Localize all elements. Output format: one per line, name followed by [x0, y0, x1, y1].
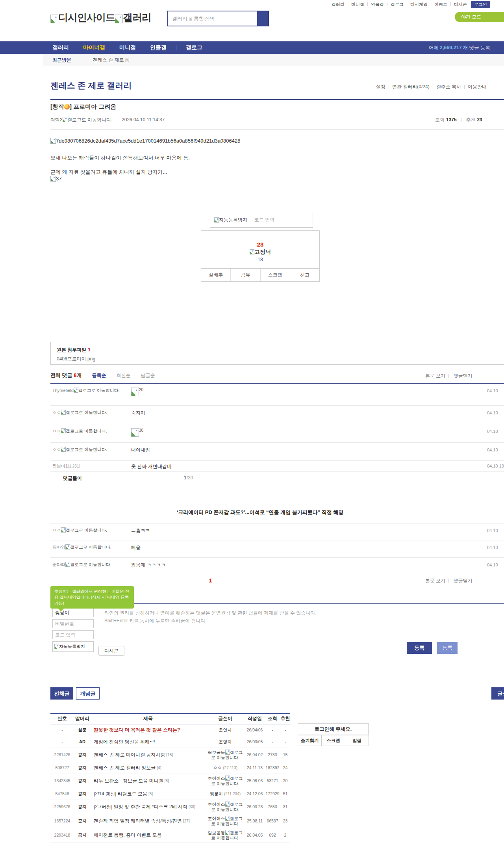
gallery-utility-links: 설정 연관 갤러리(0/24) 갤주소 복사 이용안내: [376, 84, 487, 90]
captcha-alt-text: 자동등록방지: [219, 217, 247, 223]
comment-author[interactable]: 순다라갤로그로 이동합니다.: [52, 562, 123, 568]
close-comments-link[interactable]: 댓글닫기: [454, 373, 472, 379]
recent-visit-label[interactable]: 최근방문: [52, 57, 71, 63]
comment-content: 헤응: [131, 544, 141, 551]
comment-content: 죽지마: [131, 410, 145, 416]
comment-code-input[interactable]: [52, 630, 94, 639]
author-cell[interactable]: 림보공동갤로그로 이동합니다.: [206, 828, 245, 842]
view-post-link[interactable]: 본문 보기: [425, 373, 445, 379]
tab-all-posts[interactable]: 전체글: [50, 687, 73, 700]
upvote-count[interactable]: 23: [201, 241, 319, 248]
comment-textarea-notice-1[interactable]: 타인의 권리를 침해하거나 명예를 훼손하는 댓글은 운영원칙 및 관련 법률에…: [104, 610, 317, 616]
post-link[interactable]: 젠레스 존 제로 갤러리 정보글[4]: [91, 762, 206, 774]
post-link[interactable]: 젠레스 존 제로 마이너갤 공지사항[15]: [91, 748, 206, 762]
col-date: 작성일: [245, 713, 265, 724]
comment-textarea-notice-2[interactable]: Shift+Enter 키를 동시에 누르면 줄바꿈이 됩니다.: [104, 618, 207, 624]
dccon-button[interactable]: 디시콘: [98, 646, 124, 656]
author-cell[interactable]: 림보공동갤로그로 이동합니다.: [206, 748, 245, 762]
nav-item-minigall[interactable]: 미니갤: [112, 44, 143, 51]
copy-gallery-url-link[interactable]: 갤주소 복사: [436, 84, 461, 90]
realbest-button[interactable]: 실베추: [201, 269, 230, 281]
breadcrumb-gallery-name[interactable]: 젠레스 존 제로m: [93, 57, 129, 63]
post-link[interactable]: 에이전트 동행, 흥미 이벤트 모음: [91, 828, 206, 842]
sort-newest[interactable]: 최신순: [116, 372, 130, 379]
sidebar-login-message[interactable]: 로그인해 주세요.: [298, 723, 369, 735]
author-cell[interactable]: 조이어스갤로그로 이동합니다.: [206, 800, 245, 814]
topbar-link-minigall[interactable]: 미니갤: [351, 2, 364, 7]
comment-submit-button[interactable]: 등록: [407, 642, 432, 654]
post-link[interactable]: 잘못한 것보다 더 욕먹은 것 같은 스타는?: [91, 724, 206, 736]
nav-divider: [176, 45, 176, 50]
view-post-link[interactable]: 본문 보기: [425, 578, 445, 583]
close-comments-link[interactable]: 댓글닫기: [454, 578, 472, 583]
comment-author[interactable]: ㅇㅇ갤로그로 이동합니다.: [52, 447, 123, 453]
comment-count: 2,669,217: [440, 45, 462, 50]
author-cell[interactable]: 조이어스갤로그로 이동합니다.: [206, 774, 245, 788]
comment-page-1[interactable]: 1: [209, 577, 212, 583]
attachment-filename[interactable]: 0406프로미아.png: [57, 356, 501, 362]
gallog-alt-text[interactable]: 갤로그로 이동합니다.: [67, 117, 113, 122]
post-link[interactable]: 젠존제 픽업 일정 캐릭터별 속성/특성/진영[27]: [91, 814, 206, 828]
comment-author[interactable]: Thymefield갤로그로 이동합니다.: [52, 388, 123, 393]
tab-best-posts[interactable]: 개념글: [76, 687, 100, 700]
topbar-link-event[interactable]: 이벤트: [434, 2, 447, 7]
comment-author: 찢붕이1(1.231): [52, 463, 123, 469]
broken-image-icon: [50, 15, 58, 23]
post-link[interactable]: 게임에 진심인 당신을 위해~!!: [91, 736, 206, 748]
search-button[interactable]: [257, 11, 268, 26]
comment-author[interactable]: ㅇㅇ갤로그로 이동합니다.: [52, 410, 123, 416]
post-stats: 조회1375 추천23: [435, 117, 490, 123]
top-utility-bar: 갤러리 미니갤 인물갤 갤로그 디시게임 이벤트 디시콘 로그인: [0, 0, 504, 9]
gallery-title[interactable]: 젠레스 존 제로 갤러리: [50, 80, 132, 91]
broken-image-icon: [225, 802, 230, 807]
report-button[interactable]: 신고: [290, 269, 319, 281]
topbar-link-gallog[interactable]: 갤로그: [391, 2, 404, 7]
post-link[interactable]: [2.7버전] 일정 및 주간 숙제 *디스크 2배 시작[30]: [91, 800, 206, 814]
downvote-count[interactable]: 18: [201, 257, 319, 262]
comment-count-badge: [27]: [183, 819, 190, 823]
nav-item-gallery[interactable]: 갤러리: [45, 44, 76, 51]
search-input[interactable]: [168, 11, 257, 26]
nav-item-gallog[interactable]: 갤로그: [179, 44, 209, 51]
comment-author[interactable]: ㅇㅇ갤로그로 이동합니다.: [52, 527, 123, 533]
comment-row: ㅇㅇ갤로그로 이동합니다. 죽지마 04.10: [50, 406, 504, 424]
settings-link[interactable]: 설정: [376, 84, 385, 90]
ad-headline[interactable]: ‘크리에이터 PD 존재감 과도?’...이석로 “연출 개입 불가피했다” 직…: [50, 509, 470, 516]
comment-content: 와몸매 ㅋㅋㅋㅋ: [131, 562, 165, 568]
sidebar-tab-scrap[interactable]: 스크랩: [321, 735, 345, 746]
comment-author[interactable]: ㅇㅇ갤로그로 이동합니다.: [52, 428, 123, 434]
post-link[interactable]: 리두 보관소 - 정보글 모음 미니갤[8]: [91, 774, 206, 788]
related-galleries-link[interactable]: 연관 갤러리(0/24): [392, 84, 430, 90]
captcha-code-input[interactable]: [254, 217, 298, 223]
fixed-nick-upvote[interactable]: 고정닉: [201, 249, 319, 256]
write-post-button[interactable]: 글쓰기: [491, 687, 504, 700]
usage-guide-link[interactable]: 이용안내: [468, 84, 487, 90]
post-author[interactable]: 덕덕2: [50, 117, 63, 122]
author-cell[interactable]: 조이어스갤로그로 이동합니다.: [206, 814, 245, 828]
comment-author[interactable]: 뜌따잉갤로그로 이동합니다.: [52, 544, 123, 550]
scrap-button[interactable]: 스크랩: [260, 269, 290, 281]
page: 갤러리 미니갤 인물갤 갤로그 디시게임 이벤트 디시콘 로그인 디시인사이드갤…: [0, 0, 504, 850]
sidebar-tab-alerts[interactable]: 알림: [345, 735, 369, 746]
nav-item-minorgall-active[interactable]: 마이너갤: [76, 44, 112, 51]
sort-replies[interactable]: 답글순: [141, 372, 155, 379]
night-mode-button[interactable]: 야간 모드: [455, 12, 504, 22]
topbar-link-dccon[interactable]: 디시콘: [454, 2, 467, 7]
share-button[interactable]: 공유: [230, 269, 260, 281]
topbar-link-persongall[interactable]: 인물갤: [371, 2, 384, 7]
post-link[interactable]: [2/14 갱신] 리딤코드 모음[5]: [91, 788, 206, 800]
breadcrumb: 최근방문 젠레스 존 제로m: [43, 54, 504, 66]
nav-item-persongall[interactable]: 인물갤: [143, 44, 174, 51]
site-logo[interactable]: 디시인사이드갤러리: [50, 11, 151, 24]
comment-password-input[interactable]: [52, 619, 94, 628]
sidebar-tab-favorites[interactable]: 즐겨찾기: [298, 735, 322, 746]
comment-row: ㅇㅇ갤로그로 이동합니다. 30 04.10: [50, 424, 504, 443]
comments-footer-utils: 본문 보기 댓글닫기: [425, 577, 479, 584]
topbar-link-gallery[interactable]: 갤러리: [332, 2, 345, 7]
broken-image-icon: [63, 117, 67, 122]
broken-image-icon: [65, 562, 70, 567]
login-button[interactable]: 로그인: [471, 1, 490, 8]
topbar-link-dcgame[interactable]: 디시게임: [410, 2, 428, 7]
sort-registered[interactable]: 등록순: [92, 372, 106, 379]
comment-submit-alt-button[interactable]: 등록: [437, 642, 458, 654]
